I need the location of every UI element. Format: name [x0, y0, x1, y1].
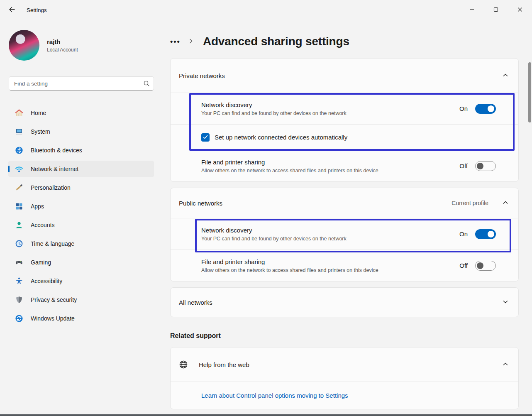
- user-name: rajth: [47, 38, 78, 45]
- paintbrush-icon: [15, 184, 23, 192]
- toggle-knob: [488, 231, 494, 237]
- close-button[interactable]: [508, 0, 532, 20]
- setup-devices-row: Set up network connected devices automat…: [171, 124, 518, 150]
- globe-icon: [179, 360, 188, 369]
- sidebar-item-label: Gaming: [31, 259, 51, 266]
- minimize-icon: [469, 7, 474, 13]
- sidebar-item-accessibility[interactable]: Accessibility: [8, 273, 154, 289]
- breadcrumb: ••• Advanced sharing settings: [170, 31, 519, 52]
- all-networks-title: All networks: [179, 299, 503, 306]
- close-icon: [517, 7, 522, 13]
- user-account-type: Local Account: [47, 47, 78, 53]
- related-support-heading: Related support: [170, 332, 519, 340]
- sidebar-item-system[interactable]: System: [8, 123, 154, 140]
- accessibility-person-icon: [15, 277, 23, 285]
- sidebar-item-label: Home: [31, 110, 46, 116]
- sidebar-item-bluetooth-devices[interactable]: Bluetooth & devices: [8, 142, 154, 159]
- setting-title: Network discovery: [201, 101, 459, 108]
- private-networks-header[interactable]: Private networks: [171, 59, 518, 93]
- person-icon: [15, 221, 23, 229]
- control-panel-options-link[interactable]: Learn about Control panel options moving…: [201, 392, 348, 399]
- all-networks-header[interactable]: All networks: [171, 288, 518, 317]
- chevron-down-icon: [503, 299, 508, 306]
- sidebar-item-apps[interactable]: Apps: [8, 198, 154, 215]
- window-controls: [460, 0, 532, 20]
- apps-grid-icon: [15, 202, 23, 210]
- minimize-button[interactable]: [460, 0, 484, 20]
- public-file-sharing-text: File and printer sharing Allow others on…: [201, 258, 459, 273]
- private-file-sharing-toggle[interactable]: [475, 161, 496, 171]
- chevron-up-icon: [503, 361, 508, 368]
- private-network-discovery-toggle[interactable]: [475, 104, 496, 114]
- public-network-discovery-toggle[interactable]: [475, 229, 496, 239]
- public-network-discovery-row: Network discovery Your PC can find and b…: [171, 218, 518, 250]
- setting-title: File and printer sharing: [201, 258, 459, 265]
- maximize-icon: [493, 7, 498, 13]
- window-title: Settings: [27, 7, 47, 13]
- sidebar-item-label: Windows Update: [31, 315, 75, 322]
- sidebar-item-accounts[interactable]: Accounts: [8, 217, 154, 233]
- setup-devices-checkbox[interactable]: [201, 133, 210, 142]
- help-from-web-header[interactable]: Help from the web: [171, 347, 518, 382]
- sidebar-nav: Home System Bluetooth & devices Network …: [0, 105, 162, 327]
- sidebar-item-home[interactable]: Home: [8, 105, 154, 121]
- maximize-button[interactable]: [484, 0, 508, 20]
- titlebar: Settings: [0, 0, 532, 20]
- sidebar-item-gaming[interactable]: Gaming: [8, 254, 154, 271]
- toggle-knob: [477, 262, 483, 269]
- toggle-state-label: Off: [459, 162, 468, 169]
- page-title: Advanced sharing settings: [203, 35, 349, 48]
- setting-description: Allow others on the network to access sh…: [201, 168, 459, 174]
- search-box: [9, 76, 154, 91]
- toggle-knob: [477, 163, 483, 169]
- sidebar-item-personalization[interactable]: Personalization: [8, 179, 154, 196]
- clock-icon: [15, 240, 23, 248]
- user-text: rajth Local Account: [47, 38, 78, 53]
- home-icon: [15, 109, 23, 117]
- bluetooth-icon: [15, 146, 23, 154]
- sidebar-item-windows-update[interactable]: Windows Update: [8, 310, 154, 327]
- public-networks-title: Public networks: [179, 200, 451, 207]
- toggle-state-label: Off: [459, 262, 468, 269]
- back-button[interactable]: [3, 3, 20, 17]
- sidebar-item-label: Personalization: [31, 184, 71, 191]
- window-bottom-edge: [0, 414, 532, 416]
- sidebar-item-privacy-security[interactable]: Privacy & security: [8, 291, 154, 308]
- setting-description: Your PC can find and be found by other d…: [201, 236, 459, 242]
- network-wifi-icon: [15, 165, 23, 173]
- breadcrumb-ellipsis-button[interactable]: •••: [170, 37, 181, 46]
- chevron-up-icon: [503, 200, 508, 207]
- sidebar-item-label: Accounts: [31, 222, 55, 228]
- sidebar-item-label: Apps: [31, 203, 44, 210]
- chevron-up-icon: [503, 72, 508, 79]
- public-file-sharing-toggle[interactable]: [475, 261, 496, 271]
- sidebar-item-network-internet[interactable]: Network & internet: [8, 161, 154, 177]
- avatar: [9, 30, 39, 61]
- setting-title: File and printer sharing: [201, 159, 459, 166]
- sidebar-item-label: Bluetooth & devices: [31, 147, 82, 154]
- scrollbar-thumb[interactable]: [528, 62, 531, 122]
- help-link-row: Learn about Control panel options moving…: [171, 382, 518, 409]
- public-file-sharing-row: File and printer sharing Allow others on…: [171, 250, 518, 281]
- public-networks-header[interactable]: Public networks Current profile: [171, 188, 518, 218]
- system-icon: [15, 127, 23, 136]
- private-file-sharing-text: File and printer sharing Allow others on…: [201, 159, 459, 174]
- toggle-state-label: On: [459, 230, 468, 237]
- back-arrow-icon: [8, 6, 15, 14]
- all-networks-card: All networks: [170, 287, 519, 317]
- help-from-web-card: Help from the web Learn about Control pa…: [170, 347, 519, 409]
- public-networks-card: Public networks Current profile Network …: [170, 188, 519, 281]
- user-account-block[interactable]: rajth Local Account: [9, 30, 162, 61]
- help-from-web-title: Help from the web: [199, 361, 492, 368]
- current-profile-label: Current profile: [451, 200, 488, 206]
- search-input[interactable]: [9, 76, 154, 91]
- private-network-discovery-text: Network discovery Your PC can find and b…: [201, 101, 459, 116]
- settings-content: Private networks Network discovery Your …: [170, 58, 519, 409]
- private-networks-title: Private networks: [179, 72, 503, 79]
- scrollbar-track[interactable]: [528, 25, 531, 411]
- sidebar-item-label: Accessibility: [31, 278, 62, 284]
- private-network-discovery-row: Network discovery Your PC can find and b…: [171, 93, 518, 124]
- sidebar-item-time-language[interactable]: Time & language: [8, 235, 154, 252]
- update-arrows-icon: [15, 314, 23, 323]
- toggle-state-label: On: [459, 105, 468, 112]
